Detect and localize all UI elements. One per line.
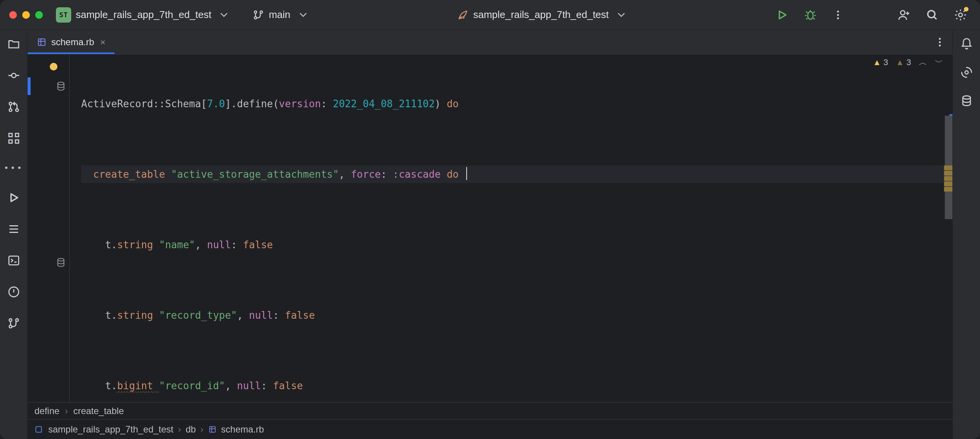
svg-point-2	[260, 11, 263, 13]
svg-point-28	[58, 259, 64, 261]
branch-icon	[253, 9, 264, 21]
commit-tool-window-button[interactable]	[7, 69, 20, 82]
todo-tool-window-button[interactable]	[7, 223, 20, 236]
svg-point-27	[58, 82, 64, 85]
svg-point-31	[965, 71, 968, 74]
more-run-actions[interactable]	[832, 9, 844, 21]
titlebar: ST sample_rails_app_7th_ed_test main	[0, 0, 980, 30]
svg-point-11	[9, 102, 11, 105]
db-link-gutter-icon[interactable]	[56, 81, 66, 92]
svg-point-12	[9, 109, 11, 111]
run-tool-window-button[interactable]	[7, 191, 20, 204]
traffic-lights	[9, 11, 51, 19]
vcs-change-marker[interactable]	[28, 77, 31, 95]
project-chip: ST	[56, 7, 71, 23]
structure-tool-window-button[interactable]	[7, 132, 20, 145]
next-highlight-button[interactable]: ﹀	[935, 57, 943, 68]
run-config-selector[interactable]: sample_rails_app_7th_ed_test	[457, 9, 629, 21]
crumb-define[interactable]: define	[34, 406, 59, 416]
inspection-widget[interactable]: ▲ 3 ▲ 3 ︿ ﹀	[873, 57, 943, 68]
svg-rect-15	[15, 133, 19, 137]
tab-label: schema.rb	[51, 37, 94, 48]
run-button[interactable]	[776, 8, 789, 21]
crumb-create-table[interactable]: create_table	[73, 406, 124, 416]
svg-point-26	[939, 44, 941, 46]
breakpoint-marker-icon[interactable]	[50, 63, 57, 70]
weak-warnings-count[interactable]: ▲ 3	[896, 57, 911, 67]
weak-warning-icon: ▲	[896, 57, 904, 67]
svg-point-25	[939, 41, 941, 43]
svg-point-9	[959, 13, 962, 17]
more-tool-windows-button[interactable]: •••	[4, 163, 24, 173]
terminal-tool-window-button[interactable]	[7, 254, 20, 267]
navigation-bar[interactable]: sample_rails_app_7th_ed_test › db › sche…	[28, 419, 952, 439]
git-tool-window-button[interactable]	[7, 317, 20, 330]
settings-button[interactable]	[954, 8, 967, 21]
prev-highlight-button[interactable]: ︿	[919, 57, 927, 68]
svg-point-7	[900, 10, 905, 15]
code-content[interactable]: ActiveRecord::Schema[7.0].define(version…	[70, 54, 952, 402]
debug-button[interactable]	[804, 8, 817, 21]
project-root-icon	[34, 425, 43, 434]
editor-gutter[interactable]	[28, 54, 70, 402]
nav-schema-file[interactable]: schema.rb	[221, 424, 264, 435]
minimap-warnings[interactable]	[944, 165, 952, 192]
nav-db-folder[interactable]: db	[186, 424, 196, 435]
nav-separator-icon: ›	[201, 424, 204, 435]
warning-icon: ▲	[873, 57, 881, 67]
db-file-icon	[37, 37, 47, 47]
svg-point-8	[928, 10, 935, 17]
database-tool-window-button[interactable]	[960, 94, 973, 107]
svg-rect-16	[9, 140, 12, 143]
code-line: t.string "name", null: false	[81, 236, 946, 254]
crumb-separator-icon: ›	[65, 406, 68, 416]
svg-rect-14	[9, 133, 12, 137]
svg-point-22	[15, 319, 18, 321]
svg-point-13	[15, 109, 18, 111]
tab-actions-button[interactable]	[934, 36, 946, 48]
code-with-me-button[interactable]	[897, 8, 910, 21]
search-everywhere-button[interactable]	[926, 8, 939, 21]
chevron-down-icon	[297, 9, 309, 21]
project-tool-window-button[interactable]	[7, 38, 20, 51]
tab-schema-rb[interactable]: schema.rb ✕	[28, 30, 114, 54]
svg-point-10	[11, 73, 16, 77]
project-selector[interactable]: ST sample_rails_app_7th_ed_test	[56, 7, 232, 23]
editor-tabs: schema.rb ✕	[28, 30, 952, 54]
code-line: t.string "record_type", null: false	[81, 306, 946, 324]
branch-name: main	[269, 9, 290, 21]
vcs-branch-selector[interactable]: main	[253, 9, 311, 21]
code-line: ActiveRecord::Schema[7.0].define(version…	[81, 95, 946, 113]
svg-point-4	[837, 10, 839, 12]
rake-icon	[457, 9, 469, 21]
zoom-window-button[interactable]	[35, 11, 43, 19]
strong-warnings-count[interactable]: ▲ 3	[873, 57, 888, 67]
svg-point-3	[808, 11, 813, 19]
notifications-tool-window-button[interactable]	[960, 38, 973, 51]
nav-separator-icon: ›	[178, 424, 181, 435]
svg-rect-17	[15, 140, 19, 143]
code-line: t.bigint "record_id", null: false	[81, 377, 946, 395]
svg-point-32	[963, 96, 970, 99]
structure-breadcrumbs[interactable]: define › create_table	[28, 402, 952, 419]
right-tool-strip	[952, 30, 980, 439]
svg-point-24	[939, 38, 941, 39]
code-line-active: create_table "active_storage_attachments…	[81, 165, 946, 183]
pull-requests-tool-window-button[interactable]	[7, 100, 20, 113]
ai-assistant-tool-window-button[interactable]	[960, 66, 973, 79]
svg-rect-23	[38, 39, 45, 45]
minimize-window-button[interactable]	[22, 11, 30, 19]
db-link-gutter-icon[interactable]	[56, 257, 66, 268]
editor[interactable]: ▲ 3 ▲ 3 ︿ ﹀ ActiveRecord::Schema[7.0].de…	[28, 54, 952, 402]
close-window-button[interactable]	[9, 11, 17, 19]
chevron-down-icon	[616, 9, 627, 21]
left-tool-strip: •••	[0, 30, 28, 439]
close-tab-button[interactable]: ✕	[100, 37, 105, 47]
editor-caret	[466, 167, 467, 180]
svg-point-21	[9, 325, 11, 328]
project-name: sample_rails_app_7th_ed_test	[76, 9, 211, 21]
run-config-name: sample_rails_app_7th_ed_test	[473, 9, 609, 21]
problems-tool-window-button[interactable]	[7, 285, 20, 298]
nav-project[interactable]: sample_rails_app_7th_ed_test	[48, 424, 173, 435]
svg-point-20	[9, 319, 11, 321]
